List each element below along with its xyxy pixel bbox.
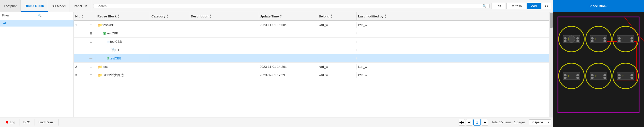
expand-button[interactable]: >> bbox=[542, 3, 551, 9]
row4-modified bbox=[356, 49, 549, 51]
sort-desc-icon[interactable]: ▲▼ bbox=[210, 14, 212, 18]
folder-icon: 📁 bbox=[98, 73, 102, 77]
row2-name: ▣ testCBB bbox=[96, 30, 150, 36]
tree-item-all[interactable]: All bbox=[0, 20, 74, 26]
expander-icon[interactable]: ⊞ bbox=[90, 73, 92, 77]
svg-point-21 bbox=[618, 37, 621, 40]
nav-3d-model[interactable]: 3D Model bbox=[48, 0, 70, 12]
sort-category-icon[interactable]: ▲▼ bbox=[166, 14, 168, 18]
row3-expand[interactable]: ⊟ bbox=[86, 39, 96, 44]
svg-rect-0 bbox=[553, 12, 644, 127]
svg-point-9 bbox=[564, 40, 566, 42]
find-result-tab[interactable]: Find Result bbox=[34, 119, 59, 126]
preview-canvas: + + + bbox=[553, 12, 644, 127]
row1-desc bbox=[189, 24, 258, 26]
table-body: 1 ⊟ 📁 testCBB bbox=[74, 21, 549, 117]
leaf-icon: — bbox=[90, 48, 92, 52]
page-first-button[interactable]: ◀◀ bbox=[458, 119, 465, 126]
table-row[interactable]: ⊟ ▣ testCBB bbox=[74, 29, 549, 38]
table-row[interactable]: 2 ⊞ 📁 test bbox=[74, 63, 549, 71]
row2-modified bbox=[356, 32, 549, 34]
svg-point-37 bbox=[591, 77, 594, 79]
comp-icon: ⊞ bbox=[107, 40, 110, 44]
nav-footprint-label: Footprint bbox=[4, 4, 16, 8]
search-icon[interactable]: 🔍 bbox=[38, 13, 72, 17]
search-input[interactable] bbox=[96, 4, 482, 8]
table-row[interactable]: ⊟ ⊞ testCBB bbox=[74, 38, 549, 46]
row6-expand[interactable]: ⊞ bbox=[86, 64, 96, 70]
th-belong: Belong ▲▼ bbox=[317, 12, 356, 20]
expander-icon[interactable]: ⊟ bbox=[90, 40, 92, 43]
footer-right: ◀◀ ◀ 1 ▶ Total 15 Items | 1 pages 50 /pa… bbox=[458, 119, 551, 126]
page-prev-button[interactable]: ◀ bbox=[466, 119, 472, 126]
sort-modified-icon[interactable]: ▲▼ bbox=[384, 14, 386, 18]
expander-icon[interactable]: ⊞ bbox=[90, 65, 92, 69]
page-next-button[interactable]: ▶ bbox=[482, 119, 488, 126]
table-row[interactable]: 3 ⊞ 📁 GD32以太网适 bbox=[74, 71, 549, 79]
svg-point-36 bbox=[604, 74, 606, 76]
svg-point-10 bbox=[576, 40, 579, 42]
row1-expand[interactable]: ⊟ bbox=[86, 22, 96, 28]
table-row[interactable]: — ⧉ testCBB bbox=[74, 54, 549, 63]
drc-tab[interactable]: DRC bbox=[20, 119, 34, 126]
sort-reuse-icon[interactable]: ▲▼ bbox=[118, 14, 120, 18]
nav-actions: Edit Refresh Add >> bbox=[492, 3, 551, 9]
sort-time-icon[interactable]: ▲▼ bbox=[280, 14, 282, 18]
svg-point-45 bbox=[630, 77, 633, 79]
row7-time: 2023-07-31 17:29 bbox=[258, 72, 317, 78]
row7-expand[interactable]: ⊞ bbox=[86, 72, 96, 78]
row6-num: 2 bbox=[74, 64, 86, 70]
svg-point-31 bbox=[576, 77, 579, 79]
leaf-icon: — bbox=[90, 57, 92, 60]
row1-time: 2023-11-01 15:58:... bbox=[258, 22, 317, 28]
row3-num bbox=[74, 41, 86, 43]
row3-belong bbox=[317, 41, 356, 43]
sort-belong-icon[interactable]: ▲▼ bbox=[330, 14, 333, 18]
row7-belong: karl_w bbox=[317, 72, 356, 78]
row6-belong: karl_w bbox=[317, 64, 356, 70]
row7-desc bbox=[189, 74, 258, 76]
row3-time bbox=[258, 41, 317, 43]
row1-category bbox=[150, 24, 189, 26]
page-info: Total 15 Items | 1 pages bbox=[492, 120, 526, 124]
log-dot bbox=[6, 121, 8, 124]
row2-expand[interactable]: ⊟ bbox=[86, 30, 96, 36]
svg-point-42 bbox=[618, 74, 621, 76]
table-header: N... ▲▼ Reuse Block ▲▼ Category ▲▼ bbox=[74, 12, 549, 21]
per-page-select-wrap: 50 /page 100 /page 200 /page bbox=[529, 119, 551, 125]
svg-text:+: + bbox=[568, 37, 570, 41]
add-button[interactable]: Add bbox=[527, 3, 541, 9]
svg-point-16 bbox=[591, 40, 594, 42]
folder-icon: 📁 bbox=[98, 65, 102, 69]
row1-belong: karl_w bbox=[317, 22, 356, 28]
svg-point-35 bbox=[591, 74, 594, 76]
log-tab[interactable]: Log bbox=[2, 119, 20, 126]
log-label: Log bbox=[10, 120, 15, 124]
per-page-select[interactable]: 50 /page 100 /page 200 /page bbox=[529, 119, 551, 125]
edit-button[interactable]: Edit bbox=[492, 3, 505, 9]
nav-reuse-block-label: Reuse Block bbox=[24, 4, 44, 8]
expander-icon[interactable]: ⊟ bbox=[90, 23, 92, 27]
th-num: N... ▲▼ bbox=[74, 12, 86, 20]
th-icon bbox=[86, 12, 96, 20]
nav-footprint[interactable]: Footprint bbox=[0, 0, 21, 12]
next-icon: ▶ bbox=[484, 120, 486, 124]
row2-num bbox=[74, 32, 86, 34]
table-row[interactable]: 1 ⊟ 📁 testCBB bbox=[74, 21, 549, 29]
svg-text:+: + bbox=[595, 37, 597, 41]
sort-num-icon[interactable]: ▲▼ bbox=[81, 14, 83, 18]
table-row[interactable]: — 📄 P1 bbox=[74, 46, 549, 54]
refresh-button[interactable]: Refresh bbox=[506, 3, 526, 9]
svg-point-30 bbox=[564, 77, 566, 79]
expander-icon[interactable]: ⊟ bbox=[90, 32, 92, 35]
nav-reuse-block[interactable]: Reuse Block bbox=[21, 0, 48, 12]
scrollbar[interactable] bbox=[549, 12, 553, 117]
folder-icon: 📁 bbox=[98, 23, 102, 27]
row6-modified: karl_w bbox=[356, 64, 549, 70]
scroll-thumb[interactable] bbox=[550, 13, 553, 28]
row5-time bbox=[258, 57, 317, 59]
nav-panel-lib[interactable]: Panel Lib bbox=[70, 0, 91, 12]
row5-modified bbox=[356, 57, 549, 59]
row4-time bbox=[258, 49, 317, 51]
row1-num: 1 bbox=[74, 22, 86, 28]
